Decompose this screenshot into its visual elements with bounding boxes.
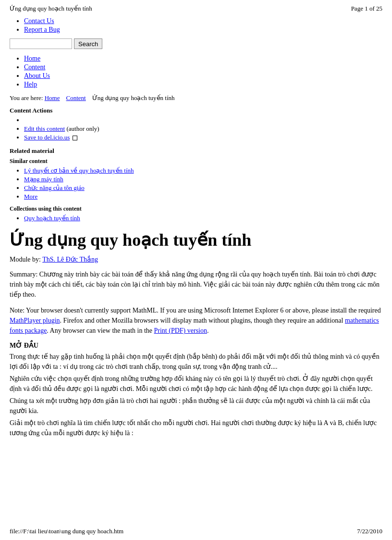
search-input[interactable] (10, 38, 72, 49)
similar-item-1: Mạng máy tính (24, 176, 382, 183)
nav-item-content: Content (24, 63, 382, 71)
similar-item-2: Chức năng của tôn giáo (24, 184, 382, 192)
search-area: Search (10, 38, 382, 49)
nav-home-link[interactable]: Home (24, 55, 40, 62)
similar-content-label: Similar content (10, 158, 382, 165)
content-actions-list: Edit this content (author only) Save to … (10, 116, 382, 141)
content-action-empty (24, 116, 382, 124)
nav-about-link[interactable]: About Us (24, 72, 50, 79)
nav-item-home: Home (24, 55, 382, 63)
collections-label: Collections using this content (10, 205, 382, 213)
contact-us-link[interactable]: Contact Us (24, 17, 54, 25)
collection-link-0[interactable]: Quy hoạch tuyến tính (24, 214, 80, 222)
breadcrumb-prefix: You are here: (10, 94, 43, 101)
section-title-0: MỞ ĐẦU (10, 341, 382, 350)
nav-item-about: About Us (24, 72, 382, 80)
similar-link-2[interactable]: Chức năng của tôn giáo (24, 184, 85, 191)
main-heading: Ứng dụng quy hoạch tuyến tính (10, 230, 382, 251)
similar-content-list: Lý thuyết cơ bản về quy hoạch tuyến tính… (10, 167, 382, 201)
content-action-edit: Edit this content (author only) (24, 125, 382, 133)
similar-item-0: Lý thuyết cơ bản về quy hoạch tuyến tính (24, 167, 382, 175)
collection-item-0: Quy hoạch tuyến tính (24, 214, 382, 222)
footer-date: 7/22/2010 (357, 527, 382, 535)
similar-link-0[interactable]: Lý thuyết cơ bản về quy hoạch tuyến tính (24, 167, 134, 174)
breadcrumb: You are here: Home Content Ứng dụng quy … (10, 94, 382, 102)
save-delicious-link[interactable]: Save to del.icio.us (24, 134, 70, 141)
module-by-author-link[interactable]: ThS. Lê Đức Thắng (42, 256, 98, 263)
similar-item-3: More (24, 193, 382, 201)
report-bug-link[interactable]: Report a Bug (24, 26, 60, 33)
related-material-section: Related material Similar content Lý thuy… (10, 147, 382, 222)
top-bar: Ứng dụng quy hoạch tuyến tính Page 1 of … (10, 5, 382, 13)
related-material-title: Related material (10, 147, 382, 155)
nav-links-list: Home Content About Us Help (10, 55, 382, 88)
page-title-top: Ứng dụng quy hoạch tuyến tính (10, 5, 92, 13)
collections-list: Quy hoạch tuyến tính (10, 214, 382, 222)
page-number: Page 1 of 25 (351, 5, 382, 13)
top-link-bug: Report a Bug (24, 26, 382, 34)
module-by-prefix: Module by: (10, 256, 41, 263)
breadcrumb-home[interactable]: Home (45, 94, 60, 101)
nav-help-link[interactable]: Help (24, 81, 37, 88)
top-links-list: Contact Us Report a Bug (10, 17, 382, 34)
top-link-contact: Contact Us (24, 17, 382, 25)
body-content: MỞ ĐẦU Trong thực tế hay gặp tình huống … (10, 341, 382, 438)
body-para-3: Giải một trò chơi nghĩa là tìm chiến lượ… (10, 418, 382, 438)
edit-content-suffix: (author only) (66, 125, 99, 132)
nav-item-help: Help (24, 81, 382, 88)
print-link[interactable]: Print (PDF) version (154, 327, 207, 334)
module-by: Module by: ThS. Lê Đức Thắng (10, 255, 382, 264)
content-action-save: Save to del.icio.us (24, 134, 382, 141)
body-para-2: Chúng ta xét một trường hợp đơn giản là … (10, 396, 382, 416)
breadcrumb-content[interactable]: Content (66, 94, 86, 101)
search-button[interactable]: Search (74, 38, 102, 49)
summary-text: Summary: Chương này trình bày các bài to… (10, 269, 382, 300)
edit-content-link[interactable]: Edit this content (24, 125, 65, 132)
mathplayer-link[interactable]: MathPlayer plugin (10, 317, 60, 324)
body-para-1: Nghiên cứu việc chọn quyết định trong nh… (10, 374, 382, 394)
breadcrumb-current: Ứng dụng quy hoạch tuyến tính (92, 94, 175, 101)
similar-link-3[interactable]: More (24, 193, 37, 200)
similar-link-1[interactable]: Mạng máy tính (24, 176, 63, 183)
footer: file://F:\tai lieu\toan\ung dung quy hoa… (10, 527, 382, 535)
content-actions-title: Content Actions (10, 107, 382, 114)
delicious-checkbox[interactable] (73, 136, 77, 140)
body-para-0: Trong thực tế hay gặp tình huống là phải… (10, 352, 382, 372)
nav-content-link[interactable]: Content (24, 63, 45, 71)
footer-filepath: file://F:\tai lieu\toan\ung dung quy hoa… (10, 527, 123, 535)
content-actions-section: Content Actions Edit this content (autho… (10, 107, 382, 141)
note-text: Note: Your browser doesn't currently sup… (10, 305, 382, 336)
